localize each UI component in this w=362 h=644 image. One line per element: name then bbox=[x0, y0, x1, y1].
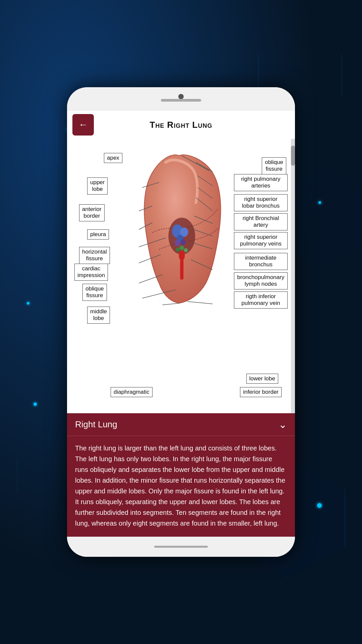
bg-dot bbox=[34, 402, 37, 406]
page-title: The Right Lung bbox=[94, 120, 268, 130]
bg-dot bbox=[317, 503, 322, 508]
svg-point-4 bbox=[175, 239, 180, 246]
phone-bottombar bbox=[67, 537, 295, 557]
svg-point-9 bbox=[179, 251, 185, 261]
label-oblique-fissure-left[interactable]: oblique fissure bbox=[82, 284, 107, 301]
label-cardiac-impression[interactable]: cardiac impression bbox=[74, 264, 108, 281]
label-bronchopulmonary-lymph-nodes[interactable]: bronchopulmonary lymph nodes bbox=[234, 272, 288, 289]
home-indicator bbox=[154, 546, 208, 548]
label-apex[interactable]: apex bbox=[104, 153, 122, 163]
diagram-area: apex upper lobe anterior border pleura h… bbox=[67, 139, 295, 413]
label-right-superior-lobar-bronchus[interactable]: right superior lobar bronchus bbox=[234, 194, 288, 211]
back-arrow-icon: ← bbox=[78, 120, 88, 129]
scrollbar[interactable] bbox=[291, 139, 295, 413]
label-rigth-inferior-pulmonary-vein[interactable]: rigth inferior pulmonary vein bbox=[234, 291, 288, 309]
info-panel-title: Right Lung bbox=[75, 419, 117, 430]
label-right-superior-pulmonary-veins[interactable]: right superior pulmonary veins bbox=[234, 232, 288, 249]
svg-rect-10 bbox=[180, 260, 183, 280]
label-upper-lobe[interactable]: upper lobe bbox=[87, 177, 108, 195]
label-inferior-border[interactable]: inferior border bbox=[240, 387, 282, 397]
svg-point-5 bbox=[181, 239, 185, 245]
label-lower-lobe[interactable]: lower lobe bbox=[246, 374, 279, 384]
label-anterior-border[interactable]: anterior border bbox=[79, 204, 105, 221]
phone-camera bbox=[178, 94, 184, 99]
label-middle-lobe[interactable]: middle lobe bbox=[87, 307, 110, 324]
info-panel-description: The right lung is larger than the left l… bbox=[67, 436, 295, 537]
label-pleura[interactable]: pleura bbox=[87, 229, 109, 239]
info-panel-header[interactable]: Right Lung ⌄ bbox=[67, 413, 295, 436]
scrollbar-thumb bbox=[291, 146, 295, 166]
svg-line-28 bbox=[162, 303, 179, 305]
svg-point-6 bbox=[179, 246, 184, 250]
phone-topbar bbox=[67, 87, 295, 111]
label-diaphragmatic[interactable]: diaphragmatic bbox=[111, 387, 153, 397]
svg-line-27 bbox=[187, 302, 213, 304]
label-intermediate-bronchus[interactable]: intermediate bronchus bbox=[234, 253, 288, 270]
svg-point-8 bbox=[176, 248, 180, 252]
back-button[interactable]: ← bbox=[72, 114, 94, 136]
phone-frame: ← The Right Lung bbox=[67, 87, 295, 557]
info-panel: Right Lung ⌄ The right lung is larger th… bbox=[67, 413, 295, 537]
phone-speaker bbox=[161, 99, 201, 102]
app-header: ← The Right Lung bbox=[67, 111, 295, 139]
app-screen: ← The Right Lung bbox=[67, 111, 295, 537]
label-right-pulmonary-arteries[interactable]: right pulmonary arteries bbox=[234, 174, 288, 191]
bg-dot bbox=[27, 302, 29, 305]
bg-dot bbox=[318, 201, 321, 204]
label-right-bronchial-artery[interactable]: right Bronchial artery bbox=[234, 213, 288, 230]
svg-point-7 bbox=[184, 248, 188, 252]
label-horizontal-fissure[interactable]: horizontal fissure bbox=[79, 247, 110, 264]
label-oblique-fissure-right[interactable]: oblique fissure bbox=[262, 157, 286, 174]
lung-illustration bbox=[132, 149, 226, 307]
chevron-down-icon[interactable]: ⌄ bbox=[279, 419, 287, 430]
